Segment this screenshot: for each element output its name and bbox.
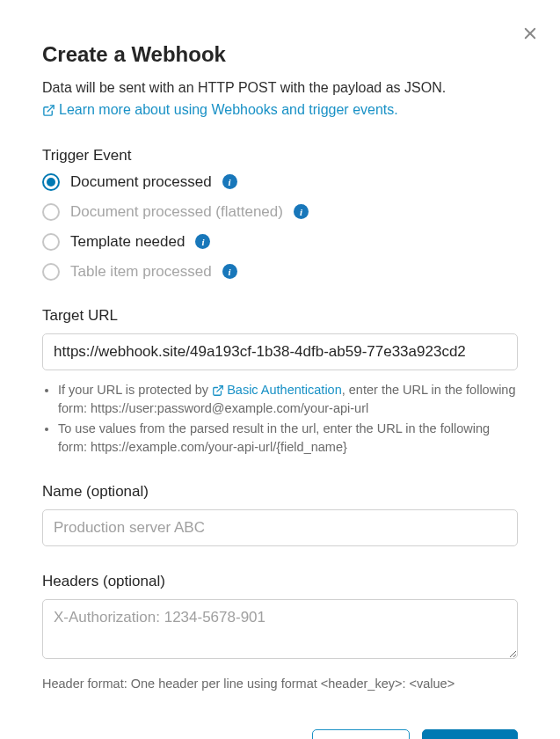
headers-label: Headers (optional) — [42, 573, 518, 590]
create-button[interactable]: Create — [422, 729, 518, 739]
radio-template-needed[interactable]: Template needed i — [42, 233, 518, 251]
cancel-button[interactable]: Cancel — [312, 729, 410, 739]
headers-format-hint: Header format: One header per line using… — [42, 677, 518, 691]
radio-label: Document processed — [70, 173, 212, 191]
external-link-icon — [42, 104, 55, 117]
radio-table-item-processed: Table item processed i — [42, 263, 518, 281]
modal-title: Create a Webhook — [42, 42, 518, 67]
trigger-event-radio-group: Document processed i Document processed … — [42, 173, 518, 281]
learn-more-text: Learn more about using Webhooks and trig… — [59, 102, 398, 118]
info-icon[interactable]: i — [222, 174, 237, 189]
radio-label: Document processed (flattened) — [70, 203, 283, 221]
radio-document-processed-flattened: Document processed (flattened) i — [42, 203, 518, 221]
svg-line-2 — [47, 105, 54, 111]
help-item-parsed-values: To use values from the parsed result in … — [58, 420, 518, 457]
name-input[interactable] — [42, 509, 518, 546]
radio-label: Table item processed — [70, 263, 212, 281]
info-icon[interactable]: i — [294, 204, 309, 219]
trigger-event-label: Trigger Event — [42, 147, 518, 165]
external-link-icon — [212, 384, 224, 397]
radio-icon — [42, 263, 60, 281]
basic-auth-link[interactable]: Basic Authentication — [212, 381, 342, 399]
target-url-help: If your URL is protected by Basic Authen… — [58, 381, 518, 457]
radio-label: Template needed — [70, 233, 185, 251]
create-webhook-modal: Create a Webhook Data will be sent with … — [0, 0, 560, 739]
target-url-input[interactable] — [42, 333, 518, 370]
close-icon[interactable] — [520, 23, 541, 44]
target-url-label: Target URL — [42, 307, 518, 325]
radio-icon — [42, 233, 60, 251]
name-label: Name (optional) — [42, 483, 518, 501]
radio-document-processed[interactable]: Document processed i — [42, 173, 518, 191]
radio-icon — [42, 173, 60, 191]
help-item-basic-auth: If your URL is protected by Basic Authen… — [58, 381, 518, 419]
modal-description: Data will be sent with an HTTP POST with… — [42, 77, 518, 99]
modal-button-row: Cancel Create — [42, 729, 518, 739]
learn-more-link[interactable]: Learn more about using Webhooks and trig… — [42, 102, 398, 118]
info-icon[interactable]: i — [222, 264, 237, 279]
headers-textarea[interactable] — [42, 599, 518, 659]
radio-icon — [42, 203, 60, 221]
svg-line-3 — [217, 385, 222, 391]
info-icon[interactable]: i — [195, 234, 210, 249]
